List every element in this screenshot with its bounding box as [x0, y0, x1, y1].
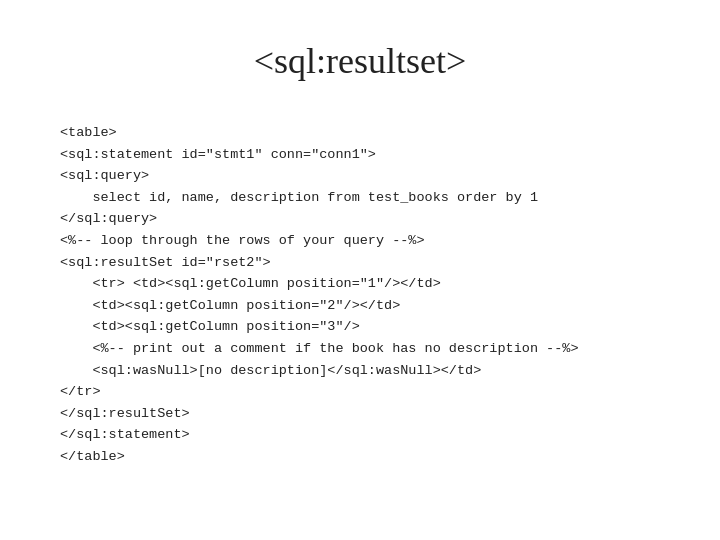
- code-block: <table> <sql:statement id="stmt1" conn="…: [60, 122, 660, 468]
- page-title: <sql:resultset>: [60, 40, 660, 82]
- page: <sql:resultset> <table> <sql:statement i…: [0, 0, 720, 540]
